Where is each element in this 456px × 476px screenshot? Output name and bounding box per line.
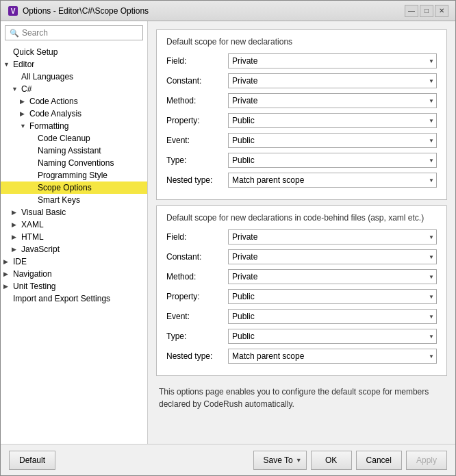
select-section2-fields-2[interactable]: PrivatePublicProtectedInternalProtected … xyxy=(228,269,437,284)
save-to-label: Save To xyxy=(264,455,293,465)
select-section1-fields-3[interactable]: PrivatePublicProtectedInternalProtected … xyxy=(228,113,437,128)
sidebar-item-xaml[interactable]: XAML xyxy=(1,218,147,231)
select-section2-fields-0[interactable]: PrivatePublicProtectedInternalProtected … xyxy=(228,229,437,245)
select-wrapper-section2-fields-0: PrivatePublicProtectedInternalProtected … xyxy=(228,229,437,245)
search-box[interactable]: 🔍 xyxy=(5,25,143,40)
sidebar-item-label-import-export: Import and Export Settings xyxy=(13,294,110,303)
select-section2-fields-5[interactable]: PrivatePublicProtectedInternalProtected … xyxy=(228,329,437,344)
sidebar-item-naming-assistant[interactable]: Naming Assistant xyxy=(1,145,147,157)
form-row-section2-fields-2: Method:PrivatePublicProtectedInternalPro… xyxy=(166,269,437,284)
sidebar-item-label-code-cleanup: Code Cleanup xyxy=(38,134,90,143)
select-wrapper-section2-fields-4: PrivatePublicProtectedInternalProtected … xyxy=(228,309,437,324)
apply-button[interactable]: Apply xyxy=(406,451,447,470)
select-section2-fields-3[interactable]: PrivatePublicProtectedInternalProtected … xyxy=(228,289,437,304)
sidebar-item-html[interactable]: HTML xyxy=(1,231,147,243)
expand-arrow-ide xyxy=(3,258,12,265)
sidebar-item-all-languages[interactable]: All Languages xyxy=(1,71,147,83)
select-wrapper-section1-fields-4: PrivatePublicProtectedInternalProtected … xyxy=(228,133,437,148)
restore-button[interactable]: □ xyxy=(420,5,433,17)
ok-button[interactable]: OK xyxy=(311,451,352,470)
sidebar-item-smart-keys[interactable]: Smart Keys xyxy=(1,194,147,206)
default-button[interactable]: Default xyxy=(9,451,55,470)
sidebar-item-formatting[interactable]: Formatting xyxy=(1,120,147,132)
select-section1-fields-0[interactable]: PrivatePublicProtectedInternalProtected … xyxy=(228,53,437,68)
select-wrapper-section1-fields-1: PrivatePublicProtectedInternalProtected … xyxy=(228,73,437,88)
sidebar-item-label-visual-basic: Visual Basic xyxy=(21,208,66,217)
form-label-section2-fields-2: Method: xyxy=(166,272,228,281)
sidebar-item-visual-basic[interactable]: Visual Basic xyxy=(1,206,147,218)
select-section1-fields-4[interactable]: PrivatePublicProtectedInternalProtected … xyxy=(228,133,437,148)
sidebar-item-code-actions[interactable]: Code Actions xyxy=(1,95,147,108)
title-bar: V Options - Editor\C#\Scope Options — □ … xyxy=(1,1,455,21)
select-section1-fields-6[interactable]: PrivatePublicProtectedInternalProtected … xyxy=(228,173,437,188)
form-label-section1-fields-4: Event: xyxy=(166,136,228,145)
sidebar-item-ide[interactable]: IDE xyxy=(1,255,147,268)
expand-arrow-html xyxy=(12,234,20,240)
dialog-body: 🔍 Quick SetupEditorAll LanguagesC#Code A… xyxy=(1,21,455,444)
sidebar-item-label-programming-style: Programming Style xyxy=(38,171,107,180)
footer-note: This options page enables you to configu… xyxy=(156,381,447,414)
minimize-button[interactable]: — xyxy=(405,5,418,17)
sidebar-item-label-csharp: C# xyxy=(21,84,31,94)
sidebar-item-label-formatting: Formatting xyxy=(29,121,68,131)
sidebar-item-quick-setup[interactable]: Quick Setup xyxy=(1,46,147,58)
select-wrapper-section1-fields-2: PrivatePublicProtectedInternalProtected … xyxy=(228,93,437,108)
sidebar-item-editor[interactable]: Editor xyxy=(1,58,147,71)
search-icon: 🔍 xyxy=(10,29,19,38)
form-row-section1-fields-3: Property:PrivatePublicProtectedInternalP… xyxy=(166,113,437,128)
select-wrapper-section2-fields-5: PrivatePublicProtectedInternalProtected … xyxy=(228,329,437,344)
expand-arrow-editor xyxy=(3,61,12,68)
select-section1-fields-1[interactable]: PrivatePublicProtectedInternalProtected … xyxy=(228,73,437,88)
close-button[interactable]: ✕ xyxy=(435,5,448,17)
sidebar-item-code-cleanup[interactable]: Code Cleanup xyxy=(1,132,147,145)
expand-arrow-visual-basic xyxy=(12,209,20,216)
sidebar-item-unit-testing[interactable]: Unit Testing xyxy=(1,280,147,292)
form-row-section1-fields-0: Field:PrivatePublicProtectedInternalProt… xyxy=(166,53,437,68)
sidebar-item-code-analysis[interactable]: Code Analysis xyxy=(1,108,147,120)
sidebar-item-programming-style[interactable]: Programming Style xyxy=(1,169,147,181)
save-to-button[interactable]: Save To ▼ xyxy=(253,451,307,470)
select-wrapper-section2-fields-6: PrivatePublicProtectedInternalProtected … xyxy=(228,349,437,364)
section1-title: Default scope for new declarations xyxy=(166,37,437,47)
form-row-section2-fields-1: Constant:PrivatePublicProtectedInternalP… xyxy=(166,249,437,264)
section2-box: Default scope for new declarations in co… xyxy=(156,205,447,376)
sidebar-item-import-export[interactable]: Import and Export Settings xyxy=(1,292,147,305)
select-section1-fields-5[interactable]: PrivatePublicProtectedInternalProtected … xyxy=(228,153,437,168)
form-label-section2-fields-5: Type: xyxy=(166,331,228,341)
sidebar-item-label-quick-setup: Quick Setup xyxy=(13,47,58,57)
svg-text:V: V xyxy=(11,8,16,15)
sidebar-item-csharp[interactable]: C# xyxy=(1,83,147,95)
sidebar-item-label-javascript: JavaScript xyxy=(21,245,60,254)
form-label-section1-fields-2: Method: xyxy=(166,96,228,105)
select-section2-fields-1[interactable]: PrivatePublicProtectedInternalProtected … xyxy=(228,249,437,264)
sidebar-item-scope-options[interactable]: Scope Options xyxy=(1,181,147,194)
form-row-section2-fields-4: Event:PrivatePublicProtectedInternalProt… xyxy=(166,309,437,324)
form-row-section2-fields-0: Field:PrivatePublicProtectedInternalProt… xyxy=(166,229,437,245)
footer-right: Save To ▼ OK Cancel Apply xyxy=(253,451,447,470)
form-row-section1-fields-4: Event:PrivatePublicProtectedInternalProt… xyxy=(166,133,437,148)
sidebar-item-label-ide: IDE xyxy=(13,257,27,266)
section1-fields: Field:PrivatePublicProtectedInternalProt… xyxy=(166,53,437,188)
select-wrapper-section1-fields-5: PrivatePublicProtectedInternalProtected … xyxy=(228,153,437,168)
sidebar-item-label-code-actions: Code Actions xyxy=(29,97,78,106)
cancel-button[interactable]: Cancel xyxy=(356,451,402,470)
search-input[interactable] xyxy=(22,28,138,38)
sidebar-item-label-navigation: Navigation xyxy=(13,269,52,279)
select-section1-fields-2[interactable]: PrivatePublicProtectedInternalProtected … xyxy=(228,93,437,108)
form-label-section1-fields-5: Type: xyxy=(166,155,228,165)
form-label-section2-fields-6: Nested type: xyxy=(166,351,228,361)
sidebar-item-label-code-analysis: Code Analysis xyxy=(29,109,81,118)
sidebar-item-navigation[interactable]: Navigation xyxy=(1,268,147,280)
expand-arrow-code-actions xyxy=(20,98,28,105)
sidebar-item-naming-conventions[interactable]: Naming Conventions xyxy=(1,157,147,169)
options-dialog: V Options - Editor\C#\Scope Options — □ … xyxy=(0,0,456,476)
select-section2-fields-6[interactable]: PrivatePublicProtectedInternalProtected … xyxy=(228,349,437,364)
section2-title: Default scope for new declarations in co… xyxy=(166,213,437,223)
app-icon: V xyxy=(8,5,18,16)
form-row-section2-fields-5: Type:PrivatePublicProtectedInternalProte… xyxy=(166,329,437,344)
sidebar-item-javascript[interactable]: JavaScript xyxy=(1,243,147,255)
dialog-footer: Default Save To ▼ OK Cancel Apply xyxy=(1,444,455,475)
select-section2-fields-4[interactable]: PrivatePublicProtectedInternalProtected … xyxy=(228,309,437,324)
form-label-section2-fields-1: Constant: xyxy=(166,252,228,262)
form-row-section1-fields-5: Type:PrivatePublicProtectedInternalProte… xyxy=(166,153,437,168)
